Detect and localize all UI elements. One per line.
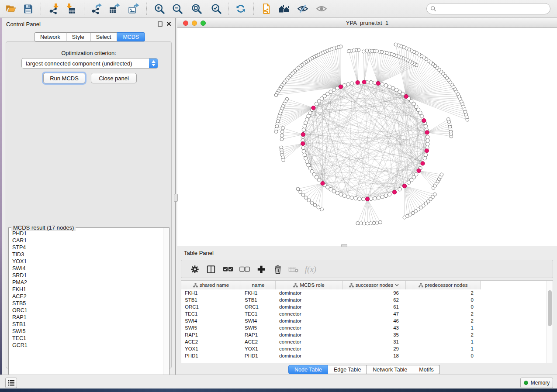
graph-node[interactable] [302,128,305,131]
table-row[interactable]: YOX1YOX1connector291 [181,345,547,352]
graph-hub-node[interactable] [404,94,408,98]
memory-button[interactable]: Memory [520,378,553,388]
graph-leaf-node[interactable] [394,43,398,46]
table-row[interactable]: FKH1FKH1dominator962 [181,289,547,296]
graph-leaf-node[interactable] [379,220,382,224]
graph-node[interactable] [343,194,346,197]
graph-hub-node[interactable] [422,119,426,123]
graph-leaf-node[interactable] [375,221,379,224]
save-session-button[interactable] [20,1,36,16]
graph-node[interactable] [343,83,346,87]
export-image-button[interactable] [126,1,142,16]
graph-node[interactable] [369,80,373,84]
table-row[interactable]: ACE2ACE2connector311 [181,338,547,345]
graph-node[interactable] [373,196,377,200]
show-all-button[interactable] [314,1,329,16]
graph-node[interactable] [350,196,353,199]
graph-hub-node[interactable] [301,132,305,136]
mcds-result-item[interactable]: YOX1 [12,258,163,265]
graph-leaf-node[interactable] [440,173,443,176]
mcds-result-item[interactable]: ACE2 [12,293,163,300]
graph-hub-node[interactable] [421,162,425,165]
zoom-fit-button[interactable] [189,1,204,16]
delete-columns-button[interactable] [271,262,285,276]
criterion-dropdown[interactable]: largest connected component (undirected) [21,58,158,69]
table-row[interactable]: RAP1RAP1dominator352 [181,331,547,338]
graph-node[interactable] [377,196,380,199]
hide-selected-button[interactable] [295,1,311,16]
column-header-successor-nodes[interactable]: successor nodes [343,281,406,289]
tab-network[interactable]: Network [34,32,66,41]
graph-node[interactable] [354,196,357,200]
graph-node[interactable] [336,191,339,195]
function-builder-button[interactable]: f(x) [304,262,318,276]
graph-node[interactable] [339,193,343,196]
mcds-result-item[interactable]: GCR1 [12,342,163,349]
graph-node[interactable] [388,85,391,88]
graph-leaf-node[interactable] [369,222,373,225]
graph-node[interactable] [302,149,305,153]
graph-leaf-node[interactable] [281,127,285,130]
graph-leaf-node[interactable] [304,196,308,199]
graph-hub-node[interactable] [356,80,360,84]
graph-node[interactable] [381,195,384,199]
graph-node[interactable] [388,193,391,196]
graph-node[interactable] [398,90,401,93]
show-panels-menu-button[interactable] [5,378,17,388]
graph-hub-node[interactable] [402,184,406,188]
graph-leaf-node[interactable] [296,187,300,191]
graph-hub-node[interactable] [376,81,380,85]
run-mcds-button[interactable]: Run MCDS [43,73,85,83]
zoom-in-button[interactable] [152,1,167,16]
graph-node[interactable] [329,188,332,191]
graph-leaf-node[interactable] [282,158,285,162]
graph-node[interactable] [423,156,426,160]
import-table-button[interactable] [62,1,78,16]
graph-node[interactable] [346,83,350,86]
graph-node[interactable] [394,88,398,92]
table-row[interactable]: SWI5SWI5connector431 [181,324,547,331]
graph-node[interactable] [424,124,428,128]
graph-leaf-node[interactable] [365,49,369,52]
graph-node[interactable] [358,197,361,200]
mcds-result-item[interactable]: STB1 [12,321,163,328]
graph-leaf-node[interactable] [307,199,311,202]
table-row[interactable]: STB1STB1dominator620 [181,296,547,303]
graph-hub-node[interactable] [301,141,305,145]
table-tab-edge-table[interactable]: Edge Table [328,365,367,374]
graph-node[interactable] [317,178,321,182]
delete-table-button[interactable] [287,262,301,276]
mcds-result-item[interactable]: PHD1 [12,230,163,237]
graph-leaf-node[interactable] [356,221,360,225]
column-chooser-button[interactable] [204,262,218,276]
column-header-mcds-role[interactable]: MCDS role [276,281,343,289]
graph-leaf-node[interactable] [274,130,278,134]
graph-leaf-node[interactable] [372,221,376,225]
mcds-result-item[interactable]: SWI4 [12,265,163,272]
graph-node[interactable] [426,135,429,139]
graph-node[interactable] [303,124,306,128]
graph-leaf-node[interactable] [280,134,284,138]
vertical-splitter-handle[interactable] [174,194,178,202]
graph-node[interactable] [332,189,336,193]
graph-node[interactable] [426,139,429,142]
table-tab-node-table[interactable]: Node Table [288,365,328,374]
search-input[interactable] [439,4,550,13]
float-panel-icon[interactable] [157,21,163,27]
table-scrollbar-thumb[interactable] [548,290,552,326]
graph-leaf-node[interactable] [310,201,314,205]
graph-leaf-node[interactable] [320,208,324,211]
mcds-result-item[interactable]: PMA2 [12,279,163,286]
tab-style[interactable]: Style [66,32,90,41]
graph-hub-node[interactable] [365,197,369,201]
graph-hub-node[interactable] [362,80,366,84]
graph-node[interactable] [426,142,429,146]
mcds-result-item[interactable]: CAR1 [12,237,163,244]
column-header-name[interactable]: name [241,281,276,289]
table-settings-button[interactable] [188,262,202,276]
table-tab-motifs[interactable]: Motifs [413,365,439,374]
graph-leaf-node[interactable] [366,222,369,225]
mcds-result-scrollbar[interactable] [163,228,169,385]
mcds-result-item[interactable]: RAP1 [12,314,163,321]
mcds-result-item[interactable]: ORC1 [12,307,163,314]
